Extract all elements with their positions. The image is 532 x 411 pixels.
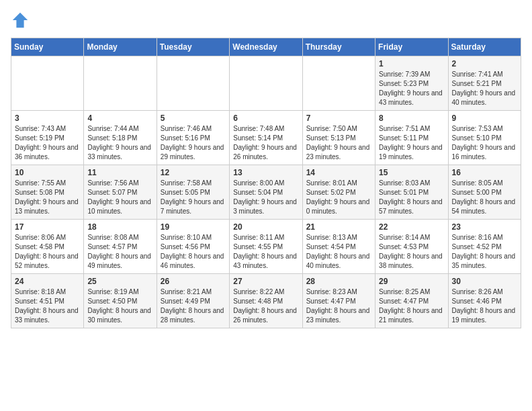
day-number: 27 bbox=[233, 277, 298, 286]
calendar-week-4: 17Sunrise: 8:06 AMSunset: 4:58 PMDayligh… bbox=[11, 220, 521, 274]
calendar-cell: 16Sunrise: 8:05 AMSunset: 5:00 PMDayligh… bbox=[448, 165, 521, 220]
calendar-cell bbox=[230, 56, 302, 111]
day-info: Sunrise: 8:01 AMSunset: 5:02 PMDaylight:… bbox=[306, 179, 371, 216]
day-header-tuesday: Tuesday bbox=[157, 38, 229, 56]
calendar-cell: 29Sunrise: 8:25 AMSunset: 4:47 PMDayligh… bbox=[375, 274, 448, 328]
day-number: 5 bbox=[161, 113, 226, 123]
calendar-cell: 6Sunrise: 7:48 AMSunset: 5:14 PMDaylight… bbox=[230, 111, 302, 165]
calendar-cell: 4Sunrise: 7:44 AMSunset: 5:18 PMDaylight… bbox=[84, 111, 157, 165]
day-number: 23 bbox=[452, 222, 517, 232]
day-header-friday: Friday bbox=[375, 38, 448, 56]
calendar-week-1: 1Sunrise: 7:39 AMSunset: 5:23 PMDaylight… bbox=[11, 56, 521, 111]
day-info: Sunrise: 8:25 AMSunset: 4:47 PMDaylight:… bbox=[379, 287, 444, 325]
calendar-cell: 7Sunrise: 7:50 AMSunset: 5:13 PMDaylight… bbox=[302, 111, 375, 165]
day-info: Sunrise: 8:14 AMSunset: 4:53 PMDaylight:… bbox=[379, 233, 444, 271]
day-number: 15 bbox=[379, 168, 444, 177]
day-number: 6 bbox=[233, 113, 298, 123]
day-info: Sunrise: 8:23 AMSunset: 4:47 PMDaylight:… bbox=[306, 287, 371, 325]
day-info: Sunrise: 8:21 AMSunset: 4:49 PMDaylight:… bbox=[161, 287, 226, 325]
calendar-cell: 12Sunrise: 7:58 AMSunset: 5:05 PMDayligh… bbox=[157, 165, 229, 220]
day-number: 3 bbox=[15, 113, 80, 123]
calendar-cell: 9Sunrise: 7:53 AMSunset: 5:10 PMDaylight… bbox=[448, 111, 521, 165]
calendar-cell: 3Sunrise: 7:43 AMSunset: 5:19 PMDaylight… bbox=[11, 111, 84, 165]
day-info: Sunrise: 7:58 AMSunset: 5:05 PMDaylight:… bbox=[161, 179, 226, 216]
day-info: Sunrise: 8:11 AMSunset: 4:55 PMDaylight:… bbox=[233, 233, 298, 271]
day-number: 2 bbox=[452, 59, 517, 68]
calendar-cell: 28Sunrise: 8:23 AMSunset: 4:47 PMDayligh… bbox=[302, 274, 375, 328]
day-info: Sunrise: 8:22 AMSunset: 4:48 PMDaylight:… bbox=[233, 287, 298, 325]
logo bbox=[11, 11, 32, 30]
day-number: 9 bbox=[452, 113, 517, 123]
day-info: Sunrise: 7:46 AMSunset: 5:16 PMDaylight:… bbox=[161, 124, 226, 162]
svg-marker-0 bbox=[13, 13, 28, 28]
day-info: Sunrise: 8:26 AMSunset: 4:46 PMDaylight:… bbox=[452, 287, 517, 325]
calendar-cell: 30Sunrise: 8:26 AMSunset: 4:46 PMDayligh… bbox=[448, 274, 521, 328]
day-info: Sunrise: 7:51 AMSunset: 5:11 PMDaylight:… bbox=[379, 124, 444, 162]
day-info: Sunrise: 7:39 AMSunset: 5:23 PMDaylight:… bbox=[379, 70, 444, 107]
calendar-cell: 14Sunrise: 8:01 AMSunset: 5:02 PMDayligh… bbox=[302, 165, 375, 220]
day-number: 13 bbox=[233, 168, 298, 177]
day-number: 19 bbox=[161, 222, 226, 232]
day-number: 4 bbox=[87, 113, 152, 123]
day-number: 10 bbox=[15, 168, 80, 177]
calendar-cell: 19Sunrise: 8:10 AMSunset: 4:56 PMDayligh… bbox=[157, 220, 229, 274]
day-number: 24 bbox=[15, 277, 80, 286]
calendar-cell: 17Sunrise: 8:06 AMSunset: 4:58 PMDayligh… bbox=[11, 220, 84, 274]
calendar-cell: 2Sunrise: 7:41 AMSunset: 5:21 PMDaylight… bbox=[448, 56, 521, 111]
calendar-cell: 5Sunrise: 7:46 AMSunset: 5:16 PMDaylight… bbox=[157, 111, 229, 165]
day-number: 1 bbox=[379, 59, 444, 68]
calendar-cell bbox=[302, 56, 375, 111]
calendar-cell: 23Sunrise: 8:16 AMSunset: 4:52 PMDayligh… bbox=[448, 220, 521, 274]
calendar-cell bbox=[11, 56, 84, 111]
day-number: 26 bbox=[161, 277, 226, 286]
calendar-cell: 10Sunrise: 7:55 AMSunset: 5:08 PMDayligh… bbox=[11, 165, 84, 220]
day-info: Sunrise: 7:48 AMSunset: 5:14 PMDaylight:… bbox=[233, 124, 298, 162]
day-info: Sunrise: 7:56 AMSunset: 5:07 PMDaylight:… bbox=[87, 179, 152, 216]
day-number: 8 bbox=[379, 113, 444, 123]
calendar-cell bbox=[157, 56, 229, 111]
calendar-cell: 24Sunrise: 8:18 AMSunset: 4:51 PMDayligh… bbox=[11, 274, 84, 328]
day-header-wednesday: Wednesday bbox=[230, 38, 302, 56]
day-number: 28 bbox=[306, 277, 371, 286]
calendar-cell: 18Sunrise: 8:08 AMSunset: 4:57 PMDayligh… bbox=[84, 220, 157, 274]
day-number: 16 bbox=[452, 168, 517, 177]
day-info: Sunrise: 8:13 AMSunset: 4:54 PMDaylight:… bbox=[306, 233, 371, 271]
calendar-cell: 27Sunrise: 8:22 AMSunset: 4:48 PMDayligh… bbox=[230, 274, 302, 328]
day-number: 21 bbox=[306, 222, 371, 232]
calendar-cell: 20Sunrise: 8:11 AMSunset: 4:55 PMDayligh… bbox=[230, 220, 302, 274]
day-info: Sunrise: 7:55 AMSunset: 5:08 PMDaylight:… bbox=[15, 179, 80, 216]
day-number: 17 bbox=[15, 222, 80, 232]
calendar-cell: 21Sunrise: 8:13 AMSunset: 4:54 PMDayligh… bbox=[302, 220, 375, 274]
day-info: Sunrise: 8:19 AMSunset: 4:50 PMDaylight:… bbox=[87, 287, 152, 325]
day-number: 25 bbox=[87, 277, 152, 286]
calendar-cell: 15Sunrise: 8:03 AMSunset: 5:01 PMDayligh… bbox=[375, 165, 448, 220]
day-number: 7 bbox=[306, 113, 371, 123]
day-info: Sunrise: 8:16 AMSunset: 4:52 PMDaylight:… bbox=[452, 233, 517, 271]
calendar-week-3: 10Sunrise: 7:55 AMSunset: 5:08 PMDayligh… bbox=[11, 165, 521, 220]
day-info: Sunrise: 8:08 AMSunset: 4:57 PMDaylight:… bbox=[87, 233, 152, 271]
calendar-cell: 8Sunrise: 7:51 AMSunset: 5:11 PMDaylight… bbox=[375, 111, 448, 165]
calendar-week-2: 3Sunrise: 7:43 AMSunset: 5:19 PMDaylight… bbox=[11, 111, 521, 165]
day-info: Sunrise: 8:06 AMSunset: 4:58 PMDaylight:… bbox=[15, 233, 80, 271]
day-header-sunday: Sunday bbox=[11, 38, 84, 56]
header-row: SundayMondayTuesdayWednesdayThursdayFrid… bbox=[11, 38, 521, 56]
day-info: Sunrise: 8:00 AMSunset: 5:04 PMDaylight:… bbox=[233, 179, 298, 216]
header bbox=[11, 11, 521, 30]
calendar-cell: 26Sunrise: 8:21 AMSunset: 4:49 PMDayligh… bbox=[157, 274, 229, 328]
day-number: 22 bbox=[379, 222, 444, 232]
day-number: 12 bbox=[161, 168, 226, 177]
day-header-saturday: Saturday bbox=[448, 38, 521, 56]
day-info: Sunrise: 7:43 AMSunset: 5:19 PMDaylight:… bbox=[15, 124, 80, 162]
day-info: Sunrise: 8:10 AMSunset: 4:56 PMDaylight:… bbox=[161, 233, 226, 271]
day-number: 18 bbox=[87, 222, 152, 232]
calendar-cell bbox=[84, 56, 157, 111]
calendar-cell: 22Sunrise: 8:14 AMSunset: 4:53 PMDayligh… bbox=[375, 220, 448, 274]
day-number: 11 bbox=[87, 168, 152, 177]
day-info: Sunrise: 8:03 AMSunset: 5:01 PMDaylight:… bbox=[379, 179, 444, 216]
day-number: 20 bbox=[233, 222, 298, 232]
calendar-table: SundayMondayTuesdayWednesdayThursdayFrid… bbox=[11, 38, 521, 328]
calendar-cell: 13Sunrise: 8:00 AMSunset: 5:04 PMDayligh… bbox=[230, 165, 302, 220]
calendar-cell: 25Sunrise: 8:19 AMSunset: 4:50 PMDayligh… bbox=[84, 274, 157, 328]
calendar-week-5: 24Sunrise: 8:18 AMSunset: 4:51 PMDayligh… bbox=[11, 274, 521, 328]
calendar-cell: 11Sunrise: 7:56 AMSunset: 5:07 PMDayligh… bbox=[84, 165, 157, 220]
